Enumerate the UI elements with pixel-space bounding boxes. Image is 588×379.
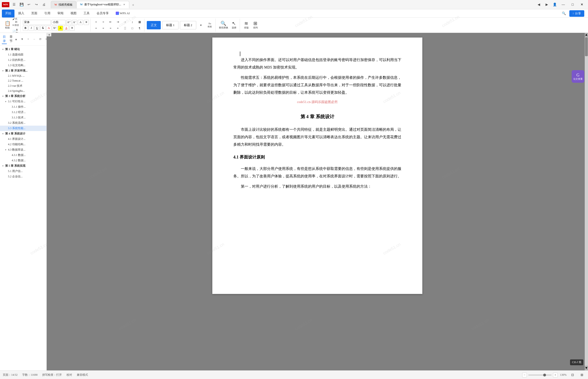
sidebar-remove-btn[interactable]: −: [32, 37, 37, 42]
zoom-slider[interactable]: [528, 375, 552, 376]
toc-item-2-3[interactable]: 2.3 vue 技术: [0, 83, 46, 89]
ribbon-tab-start[interactable]: 开始: [2, 10, 15, 17]
align-right-btn[interactable]: ≡: [107, 26, 114, 31]
align-left-btn[interactable]: ≡: [93, 26, 100, 31]
toc-item-2-1[interactable]: 2.1 MYSQL ...: [0, 73, 46, 78]
v-scrollbar[interactable]: ▲ ▼: [585, 33, 588, 370]
align-center-btn[interactable]: ≡: [100, 26, 107, 31]
toc-item-4-1[interactable]: 4.1 界面设计...: [0, 136, 46, 142]
ribbon-tab-tools[interactable]: 工具: [80, 10, 93, 17]
toc-item-ch1[interactable]: ▼ 第 1 章 绪论: [0, 47, 46, 52]
ribbon-tab-review[interactable]: 审阅: [54, 10, 67, 17]
format-brush-btn[interactable]: 🖌 格式刷: [12, 18, 19, 22]
list-bullet-btn[interactable]: ≡: [93, 19, 100, 25]
save-btn[interactable]: 💾: [18, 1, 25, 8]
indent-increase-btn[interactable]: ⇥: [115, 19, 121, 25]
document-area[interactable]: code51.cn code51.cn code51.cn code51.cn …: [47, 33, 588, 370]
select-btn[interactable]: ↖ 选择: [230, 19, 238, 31]
indent-decrease-btn[interactable]: ⇤: [107, 19, 114, 25]
font-color-btn[interactable]: A: [46, 26, 51, 31]
menu-btn[interactable]: ☰: [11, 1, 17, 8]
toc-item-ch3[interactable]: ▼ 第 3 章 系统分析: [0, 94, 46, 99]
ribbon-tab-insert[interactable]: 插入: [15, 10, 28, 17]
toc-item-2-2[interactable]: 2.2 Tomcat ...: [0, 78, 46, 83]
toc-item-4-2[interactable]: 4.2 功能结构...: [0, 142, 46, 147]
print-btn[interactable]: 🖨: [41, 1, 47, 8]
toc-item-1-2[interactable]: 1.2 目的和意...: [0, 57, 46, 63]
ribbon-tab-view[interactable]: 视图: [67, 10, 80, 17]
scroll-thumb[interactable]: [585, 37, 588, 56]
toc-item-3-1[interactable]: ▼ 3.1 可行性分...: [0, 99, 46, 104]
ribbon-tab-wpsai[interactable]: WPS AI: [113, 10, 133, 17]
tab-template[interactable]: W 找稻壳模板: [51, 1, 76, 8]
font-size-input[interactable]: [51, 20, 66, 25]
toc-item-ch5[interactable]: ▼ 第 5 章 系统实现: [0, 163, 46, 169]
border-btn[interactable]: □: [129, 26, 135, 31]
ruler-collapse-btn[interactable]: ◀: [48, 33, 50, 36]
underline-btn[interactable]: U: [34, 26, 40, 31]
minimize-btn[interactable]: —: [559, 1, 568, 8]
ribbon-tab-ref[interactable]: 引用: [41, 10, 54, 17]
strikethrough-btn[interactable]: S̶: [40, 26, 46, 31]
row-btn[interactable]: ⊞ 排列: [251, 19, 260, 31]
sidebar-more-btn[interactable]: ⟳: [38, 37, 43, 42]
style-h2-btn[interactable]: 标题 2: [180, 21, 196, 29]
toc-item-1-1[interactable]: 1.1 选题动因: [0, 52, 46, 57]
zoom-in-btn[interactable]: +: [553, 373, 558, 377]
clear-btn[interactable]: ✕: [69, 26, 75, 31]
sidebar-down-btn[interactable]: ▼: [20, 37, 25, 42]
sidebar-up-btn[interactable]: ▲: [14, 37, 19, 42]
find-replace-btn[interactable]: 🔍 查找替换: [218, 19, 229, 31]
sidebar-tab-toc[interactable]: 目录: [2, 34, 7, 44]
sort-btn[interactable]: ≋ 排版: [242, 19, 251, 31]
user-icon[interactable]: 👤: [551, 1, 558, 8]
toc-item-4-3[interactable]: ▼ 4.3 数据库设...: [0, 147, 46, 152]
toc-item-1-3[interactable]: 1.3 论文结构...: [0, 63, 46, 68]
toc-item-ch2[interactable]: ▼ 第 2 章 开发环境...: [0, 68, 46, 73]
ribbon-tab-page[interactable]: 页面: [28, 10, 41, 17]
toc-item-4-3-2[interactable]: 4.3.2 数据...: [0, 158, 46, 163]
fit-page-btn[interactable]: ⊡: [569, 372, 576, 378]
scroll-down-btn[interactable]: ▼: [585, 366, 588, 370]
toc-item-ch4[interactable]: ▼ 第 4 章 系统设计: [0, 131, 46, 136]
sidebar-close-btn[interactable]: ✕: [44, 37, 47, 42]
close-btn[interactable]: ✕: [578, 1, 586, 8]
cut-btn[interactable]: ✂ 剪切: [12, 22, 19, 28]
undo-btn[interactable]: ↩: [26, 1, 32, 8]
ribbon-tab-vip[interactable]: 会员专享: [93, 10, 112, 17]
toc-item-3-1-3[interactable]: 3.1.3 技术...: [0, 115, 46, 120]
zoom-thumb[interactable]: [543, 374, 546, 377]
sidebar-add-btn[interactable]: +: [26, 37, 31, 42]
paste-btn[interactable]: 📋 粘贴: [3, 19, 12, 31]
styles-more-btn[interactable]: ▾: [198, 22, 204, 28]
font-grow-btn[interactable]: A⁺: [66, 20, 71, 25]
sidebar-tab-chapter[interactable]: 章节: [9, 34, 14, 44]
spell-check-status[interactable]: 拼写检查：打开: [42, 373, 62, 377]
font-case-btn[interactable]: A: [78, 20, 83, 25]
toc-item-3-3[interactable]: 3.3 系统性能...: [0, 126, 46, 131]
redo-btn[interactable]: ↪: [33, 1, 40, 8]
toc-item-3-2[interactable]: 3.2 系统流程...: [0, 120, 46, 126]
add-tab-btn[interactable]: +: [130, 2, 136, 8]
share-btn[interactable]: ↑ 分享: [569, 10, 585, 17]
columns-btn[interactable]: ▦: [136, 19, 143, 25]
zoom-reset-btn[interactable]: ⊞: [579, 372, 585, 378]
para-mark-btn[interactable]: ¶: [136, 26, 143, 31]
essay-check-btn[interactable]: G 论文查重: [572, 70, 584, 83]
style-normal-btn[interactable]: 正文: [147, 21, 161, 29]
font-shrink-btn[interactable]: A⁻: [72, 20, 77, 25]
maximize-btn[interactable]: □: [568, 1, 577, 8]
zoom-out-btn[interactable]: −: [522, 373, 527, 377]
font-name-input[interactable]: [23, 20, 51, 25]
nav-fwd-btn[interactable]: ▶: [543, 1, 550, 8]
nav-back-btn[interactable]: ◀: [535, 1, 542, 8]
align-justify-btn[interactable]: ≡: [115, 26, 121, 31]
bold-btn[interactable]: B: [23, 26, 28, 31]
compat-status[interactable]: 兼容模式: [77, 373, 88, 377]
toc-item-4-3-1[interactable]: 4.3.1 数据...: [0, 152, 46, 158]
search-icon-btn[interactable]: 🔍: [560, 10, 568, 17]
italic-btn[interactable]: I: [29, 26, 34, 31]
style-h1-btn[interactable]: 标题 1: [162, 21, 179, 29]
para-spacing-btn[interactable]: ↕: [122, 19, 128, 25]
highlight-btn[interactable]: A: [58, 26, 63, 31]
